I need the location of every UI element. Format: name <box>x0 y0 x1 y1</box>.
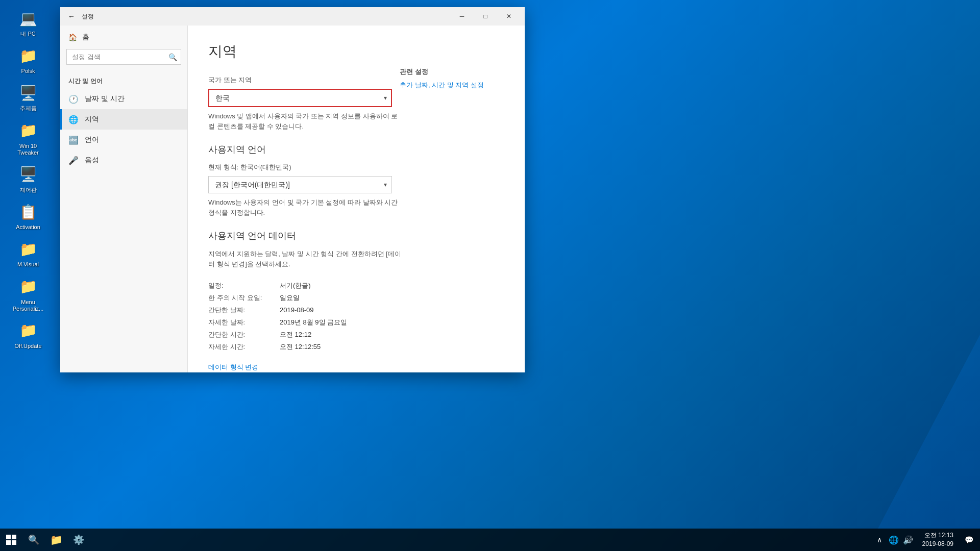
notification-button[interactable]: 💬 <box>958 529 980 551</box>
change-format-link[interactable]: 데이터 형식 변경 <box>208 363 258 372</box>
info-row-shortdate: 간단한 날짜: 2019-08-09 <box>208 306 504 315</box>
region-icon: 🌐 <box>68 114 79 124</box>
info-row-calendar: 일정: 서기(한글) <box>208 281 504 290</box>
desktop-icon-area: 💻 내 PC 📁 Polsk 🖥️ 추제품 📁 Win 10 Tweaker 🖥… <box>0 0 56 529</box>
settings-gear-icon: ⚙️ <box>73 534 84 545</box>
clock-date: 2019-08-09 <box>922 540 953 548</box>
info-row-shorttime: 간단한 시간: 오전 12:12 <box>208 330 504 339</box>
sidebar-item-language[interactable]: 🔤 언어 <box>60 130 187 150</box>
win10tweaker-icon: 📁 <box>18 120 38 141</box>
taskbar-clock[interactable]: 오전 12:13 2019-08-09 <box>918 531 958 548</box>
activation-label: Activation <box>16 224 40 231</box>
activation-icon: 📋 <box>18 202 38 222</box>
offupdate-label: Off.Update <box>15 343 42 349</box>
start-button[interactable] <box>0 529 22 551</box>
info-value-shorttime: 오전 12:12 <box>280 330 311 339</box>
locale-dropdown[interactable]: 권장 [한국어(대한민국)] <box>208 176 392 193</box>
speech-icon: 🎤 <box>68 155 79 165</box>
my-pc-label: 내 PC <box>20 31 35 37</box>
info-value-shortdate: 2019-08-09 <box>280 306 314 314</box>
language-icon: 🔤 <box>68 135 79 145</box>
desktop-icon-win10tweaker[interactable]: 📁 Win 10 Tweaker <box>8 117 48 159</box>
back-button[interactable]: ← <box>64 9 79 23</box>
desktop-icon-offupdate[interactable]: 📁 Off.Update <box>8 317 48 353</box>
taskbar-search-button[interactable]: 🔍 <box>22 529 45 551</box>
desktop-icon-custom1[interactable]: 🖥️ 추제품 <box>8 80 48 115</box>
info-label-shorttime: 간단한 시간: <box>208 330 280 339</box>
home-icon: 🏠 <box>68 33 77 41</box>
file-explorer-icon: 📁 <box>50 534 63 546</box>
related-settings-link[interactable]: 추가 날짜, 시간 및 지역 설정 <box>400 81 484 90</box>
info-label-shortdate: 간단한 날짜: <box>208 306 280 315</box>
info-label-longdate: 자세한 날짜: <box>208 318 280 327</box>
info-row-longtime: 자세한 시간: 오전 12:12:55 <box>208 342 504 352</box>
tray-chevron-icon[interactable]: ∧ <box>873 534 886 546</box>
sidebar-item-datetime-label: 날짜 및 시간 <box>85 94 125 104</box>
jaewon-label: 재어판 <box>20 187 37 193</box>
clock-time: 오전 12:13 <box>922 531 953 540</box>
title-bar: ← 설정 ─ □ ✕ <box>60 7 525 26</box>
sidebar-item-region-label: 지역 <box>85 115 99 124</box>
win10tweaker-label: Win 10 Tweaker <box>10 143 46 156</box>
window-controls: ─ □ ✕ <box>450 7 521 26</box>
country-dropdown-wrapper: 한국미국일본중국 ▾ <box>208 89 392 107</box>
info-value-calendar: 서기(한글) <box>280 281 311 290</box>
sidebar-item-region[interactable]: 🌐 지역 <box>60 109 187 130</box>
related-settings-title: 관련 설정 <box>400 67 484 77</box>
search-input[interactable] <box>66 49 181 65</box>
desktop-icon-mvisual[interactable]: 📁 M.Visual <box>8 236 48 271</box>
jaewon-icon: 🖥️ <box>18 164 38 185</box>
notification-icon: 💬 <box>965 536 973 544</box>
maximize-button[interactable]: □ <box>474 7 497 26</box>
desktop-icon-menupersonaliz[interactable]: 📁 Menu Personaliz... <box>8 273 48 315</box>
locale-data-section-title: 사용지역 언어 데이터 <box>208 230 504 242</box>
desktop-icon-activation[interactable]: 📋 Activation <box>8 198 48 234</box>
menupersonaliz-icon: 📁 <box>18 277 38 297</box>
taskbar-tray: ∧ 🌐 🔊 <box>869 534 918 546</box>
desktop-icon-polsk[interactable]: 📁 Polsk <box>8 42 48 78</box>
taskbar-settings-button[interactable]: ⚙️ <box>67 529 90 551</box>
taskbar: 🔍 📁 ⚙️ ∧ 🌐 🔊 오전 12:13 2019-08-09 💬 <box>0 529 980 551</box>
locale-data-rows: 일정: 서기(한글) 한 주의 시작 요일: 일요일 간단한 날짜: 2019-… <box>208 281 504 352</box>
tray-volume-icon[interactable]: 🔊 <box>902 534 914 546</box>
info-label-longtime: 자세한 시간: <box>208 342 280 352</box>
sidebar-item-speech-label: 음성 <box>85 156 99 165</box>
info-value-longdate: 2019년 8월 9일 금요일 <box>280 318 347 327</box>
menupersonaliz-label: Menu Personaliz... <box>10 299 46 312</box>
locale-description: Windows는 사용자의 언어 및 국가 기본 설정에 따라 날짜와 시간 형… <box>208 197 402 217</box>
country-dropdown[interactable]: 한국미국일본중국 <box>208 89 392 107</box>
tray-network-icon[interactable]: 🌐 <box>888 534 900 546</box>
settings-sidebar: 🏠 홈 🔍 시간 및 언어 🕐 날짜 및 시간 🌐 지역 🔤 <box>60 26 188 372</box>
sidebar-search-container: 🔍 <box>66 49 181 65</box>
my-pc-icon: 💻 <box>18 8 38 29</box>
info-label-calendar: 일정: <box>208 281 280 290</box>
main-content-wrapper: 지역 관련 설정 추가 날짜, 시간 및 지역 설정 국가 또는 지역 한국미국… <box>208 42 504 372</box>
mvisual-label: M.Visual <box>17 261 39 268</box>
sidebar-home[interactable]: 🏠 홈 <box>60 26 187 49</box>
locale-data-description: 지역에서 지원하는 달력, 날짜 및 시간 형식 간에 전환하려면 [데이터 형… <box>208 249 402 269</box>
locale-section-title: 사용지역 언어 <box>208 143 504 156</box>
related-settings: 관련 설정 추가 날짜, 시간 및 지역 설정 <box>400 67 484 90</box>
desktop-decoration <box>878 335 980 529</box>
page-title: 지역 <box>208 42 504 61</box>
settings-body: 🏠 홈 🔍 시간 및 언어 🕐 날짜 및 시간 🌐 지역 🔤 <box>60 26 525 372</box>
custom1-label: 추제품 <box>20 105 37 112</box>
info-row-weekstart: 한 주의 시작 요일: 일요일 <box>208 293 504 303</box>
info-value-longtime: 오전 12:12:55 <box>280 342 321 352</box>
minimize-button[interactable]: ─ <box>450 7 474 26</box>
sidebar-item-speech[interactable]: 🎤 음성 <box>60 150 187 170</box>
close-button[interactable]: ✕ <box>497 7 521 26</box>
sidebar-section-header: 시간 및 언어 <box>60 71 187 89</box>
offupdate-icon: 📁 <box>18 320 38 341</box>
sidebar-item-datetime[interactable]: 🕐 날짜 및 시간 <box>60 89 187 109</box>
search-icon: 🔍 <box>168 53 177 61</box>
polsk-label: Polsk <box>21 68 35 74</box>
custom1-icon: 🖥️ <box>18 83 38 103</box>
taskbar-file-explorer-button[interactable]: 📁 <box>45 529 67 551</box>
desktop-icon-jaewon[interactable]: 🖥️ 재어판 <box>8 161 48 196</box>
sidebar-item-language-label: 언어 <box>85 135 99 144</box>
window-title: 설정 <box>82 12 450 21</box>
desktop-icon-my-pc[interactable]: 💻 내 PC <box>8 5 48 40</box>
info-label-weekstart: 한 주의 시작 요일: <box>208 293 280 303</box>
info-row-longdate: 자세한 날짜: 2019년 8월 9일 금요일 <box>208 318 504 327</box>
